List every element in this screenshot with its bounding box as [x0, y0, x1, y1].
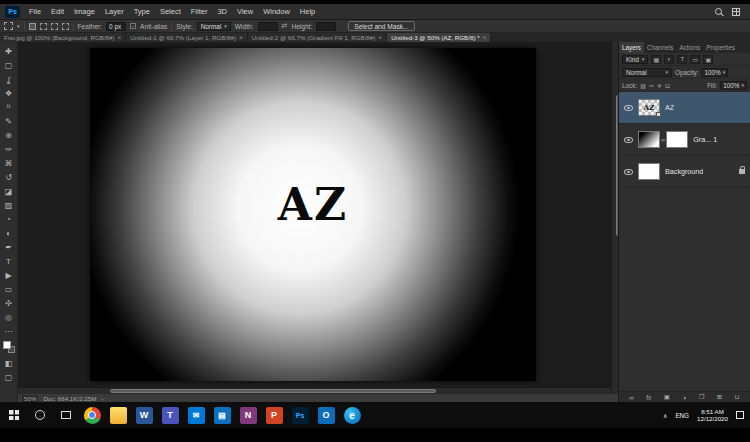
onenote-taskbar-button[interactable]: N: [236, 403, 260, 427]
status-chevron-icon[interactable]: ›: [101, 395, 103, 402]
dodge-tool[interactable]: ◐: [1, 226, 17, 240]
menu-help[interactable]: Help: [295, 4, 320, 19]
menu-edit[interactable]: Edit: [46, 4, 69, 19]
visibility-toggle[interactable]: [621, 137, 635, 143]
blend-mode-select[interactable]: Normal ▾: [622, 68, 672, 77]
marquee-tool-preset-icon[interactable]: [4, 22, 13, 30]
outlook-taskbar-button[interactable]: O: [314, 403, 338, 427]
file-explorer-taskbar-button[interactable]: [106, 403, 130, 427]
tab-properties[interactable]: Properties: [703, 42, 738, 53]
gradient-tool[interactable]: ▨: [1, 198, 17, 212]
foreground-color-swatch[interactable]: [3, 341, 11, 349]
scrollbar-thumb[interactable]: [110, 389, 436, 393]
screen-mode-icon[interactable]: ▢: [1, 370, 17, 384]
close-icon[interactable]: ×: [378, 34, 382, 41]
filter-pixel-layers-icon[interactable]: ▦: [651, 55, 661, 64]
new-selection-icon[interactable]: [29, 23, 36, 30]
shape-tool[interactable]: ▭: [1, 282, 17, 296]
horizontal-scrollbar[interactable]: [18, 387, 611, 394]
crop-tool[interactable]: ⌗: [1, 100, 17, 114]
marquee-tool[interactable]: ▢: [1, 58, 17, 72]
menu-select[interactable]: Select: [155, 4, 186, 19]
menu-window[interactable]: Window: [258, 4, 295, 19]
tab-actions[interactable]: Actions: [677, 42, 704, 53]
visibility-toggle[interactable]: [621, 169, 635, 175]
close-icon[interactable]: ×: [118, 34, 122, 41]
layer-row-az[interactable]: AZ AZ: [619, 92, 750, 124]
show-hidden-icons-chevron[interactable]: ∧: [663, 412, 667, 419]
add-mask-icon[interactable]: ▣: [664, 393, 670, 401]
lock-all-icon[interactable]: ⊡: [665, 82, 670, 89]
clone-stamp-tool[interactable]: ⌘: [1, 156, 17, 170]
lasso-tool[interactable]: ʆ: [1, 72, 17, 86]
quick-selection-tool[interactable]: ❖: [1, 86, 17, 100]
zoom-level-field[interactable]: 50%: [22, 395, 38, 402]
eraser-tool[interactable]: ◪: [1, 184, 17, 198]
menu-type[interactable]: Type: [129, 4, 155, 19]
pen-tool[interactable]: ✒: [1, 240, 17, 254]
intersect-selection-icon[interactable]: [62, 23, 69, 30]
language-indicator[interactable]: ENG: [675, 412, 689, 419]
canvas-document[interactable]: AZ: [90, 48, 536, 381]
menu-layer[interactable]: Layer: [100, 4, 129, 19]
layer-style-icon[interactable]: fx: [646, 394, 651, 401]
search-button[interactable]: [28, 403, 52, 427]
lock-position-icon[interactable]: ✛: [657, 82, 662, 89]
brush-tool[interactable]: ✑: [1, 142, 17, 156]
feather-input[interactable]: 0 px: [106, 22, 126, 31]
select-and-mask-button[interactable]: Select and Mask...: [348, 21, 414, 31]
filter-adjustment-layers-icon[interactable]: ◐: [664, 55, 674, 64]
document-tab-4-active[interactable]: Untitled-3 @ 50% (AZ, RGB/8) * ×: [387, 33, 491, 42]
preset-caret-icon[interactable]: ▾: [17, 23, 20, 29]
link-layers-icon[interactable]: ∞: [629, 394, 634, 401]
action-center-icon[interactable]: [736, 411, 744, 419]
adjustment-layer-icon[interactable]: ◑: [682, 394, 686, 401]
height-input[interactable]: [316, 22, 336, 31]
menu-image[interactable]: Image: [69, 4, 100, 19]
menu-view[interactable]: View: [232, 4, 258, 19]
close-icon[interactable]: ×: [483, 34, 487, 41]
new-layer-icon[interactable]: ⊞: [717, 393, 722, 401]
type-tool[interactable]: T: [1, 254, 17, 268]
document-tab-1[interactable]: Frei.jpg @ 100% (Background, RGB/8#) ×: [0, 33, 126, 42]
layer-row-background[interactable]: Background: [619, 156, 750, 188]
menu-file[interactable]: File: [24, 4, 46, 19]
start-button[interactable]: [2, 403, 26, 427]
history-brush-tool[interactable]: ↺: [1, 170, 17, 184]
close-icon[interactable]: ×: [239, 34, 243, 41]
document-tab-2[interactable]: Untitled-1 @ 66.7% (Layer 1, RGB/8#) ×: [126, 33, 247, 42]
teams-taskbar-button[interactable]: T: [158, 403, 182, 427]
gradient-thumbnail[interactable]: [638, 131, 660, 148]
menu-3d[interactable]: 3D: [212, 4, 232, 19]
filter-kind-select[interactable]: Kind ▾: [622, 55, 648, 64]
edit-toolbar-icon[interactable]: ⋯: [1, 324, 17, 338]
search-icon[interactable]: [715, 8, 722, 15]
healing-brush-tool[interactable]: ⊕: [1, 128, 17, 142]
fill-field[interactable]: 100% ▾: [720, 81, 747, 90]
filter-type-layers-icon[interactable]: T: [677, 55, 687, 64]
new-group-icon[interactable]: ❐: [699, 393, 705, 401]
path-selection-tool[interactable]: ▶: [1, 268, 17, 282]
hand-tool[interactable]: ✣: [1, 296, 17, 310]
chrome-taskbar-button[interactable]: [80, 403, 104, 427]
eyedropper-tool[interactable]: ✎: [1, 114, 17, 128]
opacity-field[interactable]: 100% ▾: [701, 68, 728, 77]
move-tool[interactable]: ✚: [1, 44, 17, 58]
lock-transparency-icon[interactable]: ▨: [640, 82, 646, 89]
quick-mask-icon[interactable]: ◧: [1, 356, 17, 370]
task-view-button[interactable]: [54, 403, 78, 427]
zoom-tool[interactable]: ◎: [1, 310, 17, 324]
filter-shape-layers-icon[interactable]: ▭: [690, 55, 700, 64]
layer-thumbnail[interactable]: AZ: [638, 99, 660, 116]
photoshop-taskbar-button[interactable]: Ps: [288, 403, 312, 427]
subtract-selection-icon[interactable]: [51, 23, 58, 30]
delete-layer-icon[interactable]: ⊔: [735, 393, 740, 401]
vertical-scrollbar[interactable]: [611, 42, 618, 394]
style-select[interactable]: Normal ▾: [197, 22, 231, 31]
layer-thumbnail[interactable]: [638, 163, 660, 180]
width-input[interactable]: [258, 22, 278, 31]
layer-name[interactable]: AZ: [665, 103, 674, 112]
visibility-toggle[interactable]: [621, 105, 635, 111]
blur-tool[interactable]: ◔: [1, 212, 17, 226]
store-taskbar-button[interactable]: ▤: [210, 403, 234, 427]
